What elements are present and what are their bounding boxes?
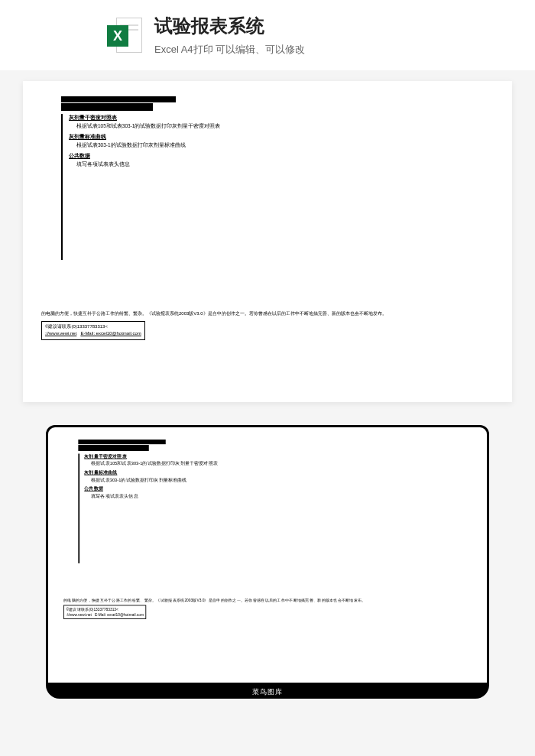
doc-link[interactable]: 灰剂量标准曲线: [84, 470, 226, 476]
redacted-bar: [78, 440, 165, 444]
doc-desc: 根据试表303-1的试验数据打印灰剂量标准曲线: [91, 477, 226, 483]
content-section: 灰剂量干密度对照表 根据试表105和试表303-1的试验数据打印灰剂量干密度对照…: [78, 453, 226, 563]
doc-link[interactable]: 灰剂量干密度对照表: [69, 114, 260, 122]
doc-desc: 根据试表303-1的试验数据打印灰剂量标准曲线: [76, 142, 260, 149]
doc-desc: 填写各项试表表头信息: [76, 161, 260, 168]
footer-text: 的电脑的方便，快捷互补于公路工作的纷繁、繁杂。《试验报表系统2003版V3.0》…: [63, 598, 469, 603]
excel-icon: X: [107, 18, 142, 53]
content-section: 灰剂量干密度对照表 根据试表105和试表303-1的试验数据打印灰剂量干密度对照…: [61, 114, 260, 260]
page-header: X 试验报表系统 Excel A4打印 可以编辑、可以修改: [0, 0, 535, 70]
footer-block: 的电脑的方便，快捷互补于公路工作的纷繁、繁杂。《试验报表系统2003版V3.0》…: [41, 310, 494, 340]
contact-url[interactable]: ://www.vewi.net: [66, 613, 92, 617]
laptop-base: 菜鸟图库: [46, 685, 489, 699]
page-title: 试验报表系统: [154, 14, 305, 38]
redacted-bar: [61, 103, 153, 111]
footer-text: 的电脑的方便，快捷互补于公路工作的纷繁、繁杂。《试验报表系统2003版V3.0》…: [41, 310, 494, 318]
title-block: 试验报表系统 Excel A4打印 可以编辑、可以修改: [154, 14, 305, 57]
laptop-screen: 灰剂量干密度对照表 根据试表105和试表303-1的试验数据打印灰剂量干密度对照…: [46, 425, 489, 685]
page-subtitle: Excel A4打印 可以编辑、可以修改: [154, 43, 305, 57]
redacted-bar: [78, 445, 148, 451]
contact-line: ©建议请联系(0)13337783313<: [45, 324, 108, 329]
contact-line: ©建议请联系(0)13337783313<: [66, 607, 118, 611]
doc-link[interactable]: 灰剂量标准曲线: [69, 133, 260, 141]
redacted-bar: [61, 96, 176, 102]
contact-url[interactable]: ://www.vewi.net: [45, 331, 76, 336]
document-preview: 灰剂量干密度对照表 根据试表105和试表303-1的试验数据打印灰剂量干密度对照…: [23, 81, 512, 402]
contact-email[interactable]: E-Mail: excel10@hotmail.com: [80, 331, 141, 336]
laptop-mockup: 灰剂量干密度对照表 根据试表105和试表303-1的试验数据打印灰剂量干密度对照…: [46, 425, 489, 699]
doc-link[interactable]: 公共数据: [69, 152, 260, 160]
doc-link[interactable]: 灰剂量干密度对照表: [84, 453, 226, 459]
doc-link[interactable]: 公共数据: [84, 486, 226, 492]
contact-box: ©建议请联系(0)13337783313< ://www.vewi.net E-…: [63, 605, 147, 619]
laptop-brand-text: 菜鸟图库: [252, 687, 283, 697]
doc-desc: 根据试表105和试表303-1的试验数据打印灰剂量干密度对照表: [91, 461, 226, 467]
contact-box: ©建议请联系(0)13337783313< ://www.vewi.net E-…: [41, 321, 145, 340]
doc-desc: 填写各项试表表头信息: [91, 493, 226, 499]
doc-desc: 根据试表105和试表303-1的试验数据打印灰剂量干密度对照表: [76, 123, 260, 130]
footer-block: 的电脑的方便，快捷互补于公路工作的纷繁、繁杂。《试验报表系统2003版V3.0》…: [63, 598, 469, 619]
contact-email[interactable]: E-Mail: excel10@hotmail.com: [95, 613, 144, 617]
